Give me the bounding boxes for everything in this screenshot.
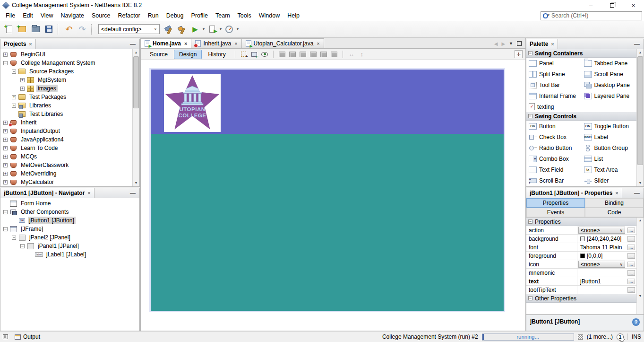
font[interactable]: font Tahoma 11 Plain ... <box>526 243 636 252</box>
properties-scrollbar[interactable]: ▲ ▼ <box>636 218 644 314</box>
close-icon[interactable]: × <box>615 190 618 196</box>
center-horizontal-button[interactable] <box>298 50 308 59</box>
projects-scrollbar[interactable]: ▲ ▼ <box>132 49 139 186</box>
preview-design-button[interactable] <box>260 50 269 59</box>
redo-button[interactable]: ↷ <box>76 23 88 35</box>
tree-expander-icon[interactable] <box>3 121 8 125</box>
menu-item[interactable]: Source <box>88 11 114 20</box>
maximize-editor-icon[interactable] <box>517 41 522 46</box>
property-editor-button[interactable]: ... <box>627 279 635 284</box>
property-value-cell[interactable]: Tahoma 11 Plain ... <box>577 243 636 251</box>
close-icon[interactable]: × <box>184 41 187 46</box>
new-file-button[interactable] <box>3 23 15 35</box>
editor-view-tab[interactable]: Source <box>145 50 173 59</box>
palette-item[interactable]: Radio Button <box>526 142 582 153</box>
close-icon[interactable]: × <box>234 41 237 46</box>
menu-item[interactable]: Navigate <box>57 11 88 20</box>
property-value-cell[interactable]: [240,240,240] ... <box>577 235 636 243</box>
dock-window-icon[interactable] <box>3 334 8 339</box>
restore-button[interactable] <box>601 0 623 10</box>
menu-item[interactable]: Profile <box>188 11 212 20</box>
palette-item[interactable]: label Label <box>582 132 637 142</box>
icon[interactable]: icon <none> ... <box>526 260 636 269</box>
toolTipText[interactable]: toolTipText ... <box>526 286 636 294</box>
build-project-button[interactable] <box>163 23 175 35</box>
tree-expander-icon[interactable] <box>3 210 8 214</box>
minimize-panel-icon[interactable]: — <box>126 39 139 49</box>
process-list-icon[interactable] <box>578 334 583 340</box>
run-dropdown-arrow-icon[interactable]: ▾ <box>203 27 205 31</box>
property-value-cell[interactable]: ... <box>577 269 636 277</box>
align-left-button[interactable] <box>277 50 287 59</box>
save-all-button[interactable] <box>43 23 55 35</box>
tree-item[interactable]: [JFrame] <box>0 225 139 233</box>
scroll-down-icon[interactable]: ▼ <box>637 180 644 186</box>
close-icon[interactable]: × <box>551 41 554 47</box>
open-project-button[interactable] <box>29 23 42 35</box>
profile-dropdown-arrow-icon[interactable]: ▾ <box>237 27 239 31</box>
tree-expander-icon[interactable] <box>3 172 8 176</box>
properties-section[interactable]: Properties <box>526 218 636 226</box>
tree-expander-icon[interactable] <box>3 180 8 184</box>
palette-item[interactable]: Text Field <box>526 164 582 175</box>
tree-expander-icon[interactable] <box>3 227 8 231</box>
tree-item[interactable]: Form Home <box>0 199 139 208</box>
collapse-section-icon[interactable] <box>528 114 532 118</box>
palette-item[interactable]: Desktop Pane <box>582 79 637 90</box>
palette-item[interactable]: Check Box <box>526 132 582 142</box>
tree-item[interactable]: Test Libraries <box>0 110 132 118</box>
align-bottom-button[interactable] <box>319 50 328 59</box>
property-editor-button[interactable]: ... <box>627 253 635 259</box>
properties-category-tab[interactable]: Properties <box>526 198 585 208</box>
palette-item[interactable]: OK Button <box>526 121 582 132</box>
jframe-form[interactable]: UTOPIAN COLLEGE <box>149 68 505 312</box>
close-icon[interactable]: × <box>29 41 32 47</box>
minimize-panel-icon[interactable]: — <box>630 188 644 198</box>
action[interactable]: action <none> ... <box>526 226 636 235</box>
tab-list-dropdown-icon[interactable]: ▼ <box>509 41 513 46</box>
scroll-tabs-left-icon[interactable]: ◀ <box>494 41 498 46</box>
selection-mode-button[interactable] <box>239 50 249 59</box>
menu-item[interactable]: Help <box>283 11 303 20</box>
tree-expander-icon[interactable] <box>20 244 25 248</box>
collapse-section-icon[interactable] <box>528 51 532 55</box>
center-vertical-button[interactable] <box>329 50 339 59</box>
scrollbar-thumb[interactable] <box>637 56 643 165</box>
align-right-button[interactable] <box>288 50 297 59</box>
property-value-cell[interactable]: <none> ... <box>577 226 636 234</box>
tree-item[interactable]: InputandOutput <box>0 127 132 135</box>
tree-expander-icon[interactable] <box>3 155 8 159</box>
tree-item[interactable]: MetOverriding <box>0 169 132 178</box>
tree-item[interactable]: Test Packages <box>0 93 132 101</box>
editor-view-tab[interactable]: History <box>203 50 231 59</box>
tree-expander-icon[interactable] <box>3 146 8 150</box>
palette-section-swing-containers[interactable]: Swing Containers <box>526 49 636 58</box>
debug-project-button[interactable] <box>206 23 218 35</box>
resize-horizontal-button[interactable]: ↔ <box>347 50 356 59</box>
properties-category-tab[interactable]: Binding <box>585 198 644 208</box>
align-top-button[interactable] <box>309 50 318 59</box>
minimize-button[interactable]: – <box>580 0 601 10</box>
scroll-up-icon[interactable]: ▲ <box>133 49 139 56</box>
properties-category-tab[interactable]: Code <box>585 208 644 217</box>
close-icon[interactable]: × <box>87 190 90 196</box>
tree-item[interactable]: jPanel1 [JPanel] <box>0 242 139 250</box>
palette-item[interactable]: Internal Frame <box>526 90 582 101</box>
minimize-panel-icon[interactable]: — <box>126 188 139 198</box>
tree-item[interactable]: Libraries <box>0 101 132 110</box>
properties-category-tab[interactable]: Events <box>526 208 585 217</box>
tree-item[interactable]: Other Components <box>0 208 139 216</box>
clean-build-button[interactable] <box>176 23 188 35</box>
editor-view-tab[interactable]: Design <box>174 50 202 59</box>
palette-item[interactable]: Split Pane <box>526 69 582 79</box>
collapse-section-icon[interactable] <box>528 296 532 300</box>
tree-expander-icon[interactable] <box>3 138 8 142</box>
tree-item[interactable]: OK jButton1 [JButton] <box>0 216 139 225</box>
tree-item[interactable]: jPanel2 [JPanel] <box>0 233 139 242</box>
tree-item[interactable]: images <box>0 84 132 93</box>
palette-item[interactable]: tx Text Area <box>582 164 637 175</box>
tree-expander-icon[interactable] <box>3 61 8 65</box>
run-progress-bar[interactable]: running... <box>482 333 574 341</box>
jpanel-body[interactable] <box>151 134 504 311</box>
tree-item[interactable]: MetOverClasswork <box>0 161 132 169</box>
